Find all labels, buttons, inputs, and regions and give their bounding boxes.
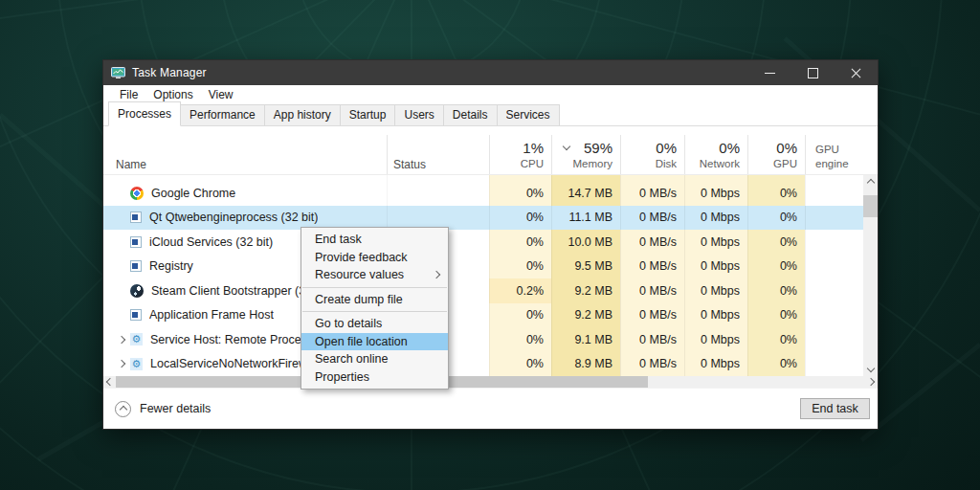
process-name: Google Chrome (151, 187, 235, 200)
table-row-grid: Steam Client Bootstrapper (32 bit)0.2%9.… (103, 278, 863, 303)
expand-slot (113, 337, 130, 343)
status-cell (387, 181, 489, 206)
table-row[interactable]: Google Chrome0%14.7 MB0 MB/s0 Mbps0% (103, 181, 863, 206)
column-header-status[interactable]: Status (387, 135, 489, 174)
expand-slot (113, 312, 130, 318)
expand-slot (113, 263, 130, 269)
expand-slot (113, 190, 130, 196)
table-row-grid: Registry0%9.5 MB0 MB/s0 Mbps0% (103, 255, 863, 279)
disk-cell: 0 MB/s (620, 303, 684, 328)
table-row[interactable]: ⚙Service Host: Remote Procedure Call0%9.… (103, 327, 863, 352)
network-cell: 0 Mbps (684, 181, 747, 206)
tab-services[interactable]: Services (497, 104, 560, 125)
gpu-engine-cell (805, 327, 863, 352)
tab-app-history[interactable]: App history (264, 104, 341, 125)
tab-details[interactable]: Details (443, 104, 498, 125)
disk-cell: 0 MB/s (620, 278, 684, 303)
memory-cell: 11.1 MB (551, 206, 620, 231)
menu-separator (302, 287, 447, 288)
gpu-engine-cell (805, 303, 863, 328)
tab-processes[interactable]: Processes (108, 101, 181, 126)
header-usage-percent: 0% (685, 139, 747, 157)
column-header-cpu[interactable]: 1%CPU (489, 135, 551, 174)
context-menu-item-end-task[interactable]: End task (301, 231, 448, 249)
table-row-grid: Application Frame Host0%9.2 MB0 MB/s0 Mb… (103, 303, 863, 328)
tab-performance[interactable]: Performance (180, 104, 265, 125)
memory-cell: 9.2 MB (551, 278, 620, 303)
header-usage-percent: 1% (490, 139, 551, 157)
horizontal-scrollbar[interactable] (103, 376, 878, 388)
header-usage-label: Network (685, 157, 747, 171)
chevron-right-icon[interactable] (118, 336, 125, 344)
gpu-cell: 0% (747, 327, 805, 352)
table-row[interactable]: Steam Client Bootstrapper (32 bit)0.2%9.… (103, 278, 863, 303)
fewer-details-label: Fewer details (140, 402, 211, 415)
context-menu-item-open-file-location[interactable]: Open file location (301, 333, 448, 351)
header-usage-label: CPU (490, 157, 551, 171)
fewer-details-toggle[interactable]: Fewer details (115, 401, 211, 417)
scroll-right-button[interactable] (864, 376, 878, 388)
gear-icon: ⚙ (130, 333, 143, 345)
minimize-button[interactable] (748, 60, 791, 85)
expand-slot (113, 239, 130, 245)
vertical-scrollbar-thumb[interactable] (863, 195, 878, 217)
table-row-grid: iCloud Services (32 bit)0%10.0 MB0 MB/s0… (103, 230, 863, 255)
disk-cell: 0 MB/s (620, 181, 684, 206)
process-table: ⚙Service Host: DCOM Server Process Launc… (103, 175, 863, 376)
table-row[interactable]: Qt Qtwebengineprocess (32 bit)0%11.1 MB0… (103, 206, 863, 231)
table-row-grid: ⚙LocalServiceNoNetworkFirewall0%8.9 MB0 … (103, 352, 863, 377)
table-row[interactable]: ⚙LocalServiceNoNetworkFirewall0%8.9 MB0 … (103, 352, 863, 377)
network-cell: 0 Mbps (684, 327, 747, 352)
memory-cell: 9.5 MB (551, 255, 620, 279)
context-menu-item-resource-values[interactable]: Resource values (301, 266, 448, 284)
gpu-engine-cell (805, 230, 863, 255)
chevron-right-icon (867, 378, 875, 386)
context-menu-item-properties[interactable]: Properties (301, 368, 448, 387)
table-row[interactable]: Application Frame Host0%9.2 MB0 MB/s0 Mb… (103, 303, 863, 328)
column-header-network[interactable]: 0%Network (684, 135, 747, 174)
table-row[interactable]: Registry0%9.5 MB0 MB/s0 Mbps0% (103, 255, 863, 279)
disk-cell: 0 MB/s (620, 327, 684, 352)
close-button[interactable] (835, 60, 878, 85)
menu-item-options[interactable]: Options (145, 88, 200, 101)
cpu-cell: 0% (489, 181, 551, 206)
column-header-gpu-engine[interactable]: GPU engine (805, 135, 878, 174)
context-menu-item-create-dump-file[interactable]: Create dump file (301, 291, 448, 309)
table-row[interactable]: iCloud Services (32 bit)0%10.0 MB0 MB/s0… (103, 230, 863, 255)
column-header-memory[interactable]: 59%Memory (551, 135, 620, 174)
gpu-engine-cell (805, 255, 863, 279)
column-header-gpu[interactable]: 0%GPU (747, 135, 805, 174)
scroll-left-button[interactable] (103, 376, 117, 388)
maximize-button[interactable] (791, 60, 835, 85)
chevron-right-icon[interactable] (118, 360, 125, 368)
context-menu-item-search-online[interactable]: Search online (301, 350, 448, 368)
column-header-disk[interactable]: 0%Disk (620, 135, 684, 174)
vertical-scrollbar[interactable] (863, 175, 878, 376)
menu-item-file[interactable]: File (112, 88, 145, 101)
chevron-up-icon (866, 179, 874, 187)
scroll-down-button[interactable] (863, 361, 878, 376)
header-usage-label: Disk (621, 157, 684, 171)
gpu-cell: 0% (747, 303, 805, 328)
generic-icon (130, 236, 142, 248)
context-menu-item-provide-feedback[interactable]: Provide feedback (301, 249, 448, 267)
header-usage-percent: 59% (552, 139, 620, 157)
cpu-cell: 0% (489, 255, 551, 279)
cpu-cell: 0% (489, 303, 551, 328)
expand-slot (113, 288, 130, 294)
network-cell: 0 Mbps (684, 230, 747, 255)
header-usage-percent: 0% (621, 139, 684, 157)
tab-startup[interactable]: Startup (340, 104, 396, 125)
collapse-circle-icon (115, 401, 131, 417)
maximize-icon (808, 68, 818, 78)
scroll-up-button[interactable] (863, 175, 878, 190)
tab-users[interactable]: Users (394, 104, 443, 125)
context-menu-item-go-to-details[interactable]: Go to details (301, 315, 448, 333)
generic-icon (130, 260, 142, 272)
gpu-cell: 0% (747, 206, 805, 231)
menu-item-view[interactable]: View (201, 88, 241, 101)
title-bar: Task Manager (103, 60, 878, 85)
end-task-button[interactable]: End task (800, 398, 870, 419)
column-header-name[interactable]: Name (103, 135, 387, 174)
disk-cell: 0 MB/s (620, 230, 684, 255)
